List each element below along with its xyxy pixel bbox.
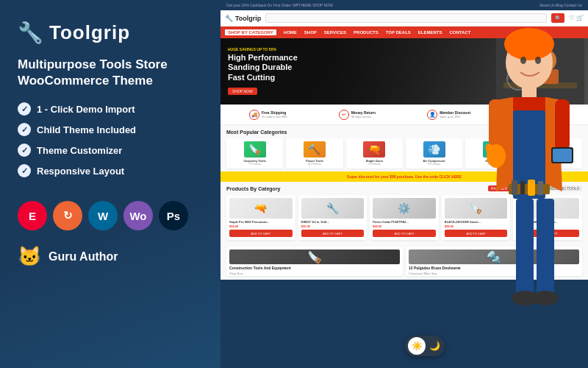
product-tab-air[interactable]: AIR TOOLS	[518, 185, 544, 191]
product-price-4: $28.00	[445, 224, 508, 228]
tech-badges: E ↻ W Wo Ps	[18, 201, 203, 230]
cart-icon: 🛒	[576, 15, 584, 21]
category-count-power: 14 Products	[308, 163, 322, 166]
product-card-1[interactable]: 🔫 Staple Pro 6000 Pneumatic... $24.00 AD…	[226, 195, 295, 240]
preview-search-btn: 🔍	[551, 13, 564, 23]
preview-search	[265, 13, 547, 23]
benefit-offers-sub: Exclusive deals	[534, 115, 559, 118]
logo-text: Toolgrip	[49, 21, 130, 44]
hero-title-line2: Sanding Durable	[228, 63, 298, 72]
category-compressor[interactable]: 💨 Air Compressor 8 Products	[406, 138, 462, 169]
product-tab-hammer[interactable]: HAMMER T...	[488, 185, 516, 191]
bottom-card-2[interactable]: 🔩 12 Pulgadas Brazo Deslizante Compound …	[406, 247, 582, 276]
guru-icon: 🐱	[18, 245, 41, 268]
categories-grid: 🪚 Carpentry Tools 7 Products 🔨 Power Too…	[226, 138, 582, 169]
products-header: Products By Category HAMMER T... AIR TOO…	[226, 185, 582, 191]
feature-item-4: ✓ Responsive Layout	[18, 164, 203, 177]
bottom-card-1[interactable]: 🪚 Construction Tools And Equipment Shop …	[226, 247, 403, 276]
svg-rect-3	[537, 69, 559, 84]
logo-row: 🔧 Toolgrip	[18, 21, 203, 45]
guru-row: 🐱 Guru Author	[18, 245, 203, 268]
category-img-carpentry: 🪚	[244, 141, 266, 158]
benefit-return-sub: 30 days returns	[351, 115, 376, 118]
add-to-cart-2[interactable]: ADD TO CART	[301, 230, 365, 237]
benefit-member-sub: Save up to 20%	[440, 115, 470, 118]
product-tab-welding[interactable]: WELDING TOOLS	[546, 185, 583, 191]
category-count-carpentry: 7 Products	[248, 163, 261, 166]
bottom-card-img-2: 🔩	[409, 250, 579, 264]
promo-code-link[interactable]: CLICK HERE	[439, 174, 462, 179]
left-panel: 🔧 Toolgrip Multipurpose Tools Store WooC…	[0, 0, 220, 368]
wordpress-badge[interactable]: W	[88, 201, 118, 230]
product-card-4[interactable]: 🪚 BLACK+DECKER Smart... $28.00 ADD TO CA…	[442, 195, 511, 240]
woocommerce-badge[interactable]: Wo	[123, 201, 153, 230]
hero-image-area	[496, 38, 584, 105]
hero-worker-svg	[496, 38, 584, 105]
dark-mode-toggle[interactable]: ☀️ 🌙	[405, 336, 445, 356]
products-tabs: HAMMER T... AIR TOOLS WELDING TOOLS	[488, 185, 582, 191]
features-list: ✓ 1 - Click Demo Import ✓ Child Theme In…	[18, 102, 203, 185]
category-img-staple: 🔫	[363, 141, 385, 158]
products-title: Products By Category	[226, 186, 281, 191]
menu-item-contact: CONTACT	[450, 30, 471, 35]
category-carpentry[interactable]: 🪚 Carpentry Tools 7 Products	[226, 138, 283, 169]
hero-text-block: HUGE SAVINGS UP TO 50% High Performance …	[228, 47, 298, 96]
category-count-air: 6 Products	[548, 163, 560, 166]
category-img-grinder: ⚙️	[483, 141, 505, 158]
benefit-offers: ⭐ Special Offers Exclusive deals	[522, 110, 559, 120]
product-img-5: 🔨	[516, 198, 579, 219]
menu-item-shop2: SHOP	[304, 30, 317, 35]
benefit-return: ↩ Money Return 30 days returns	[339, 110, 376, 120]
categories-title: Most Popular Categories	[226, 130, 582, 135]
product-price-1: $24.00	[229, 224, 293, 228]
product-card-5[interactable]: 🔨 Dewalt DWE402 with 5-Amp... $19.00 ADD…	[513, 195, 582, 240]
hero-title-line1: High Performance	[228, 53, 298, 63]
check-icon-2: ✓	[18, 123, 31, 136]
tagline: Multipurpose Tools Store WooCommerce The…	[18, 57, 203, 89]
hero-title: High Performance Sanding Durable Fast Cu…	[228, 53, 298, 82]
benefit-shipping-sub: On orders over $99	[262, 115, 287, 118]
add-to-cart-3[interactable]: ADD TO CART	[373, 230, 436, 237]
category-count-compressor: 8 Products	[428, 163, 440, 166]
feature-label-1: 1 - Click Demo Import	[37, 104, 135, 115]
bottom-card-img-1: 🪚	[229, 250, 400, 264]
product-price-2: $32.00	[301, 224, 365, 228]
product-name-5: Dewalt DWE402 with 5-Amp...	[516, 220, 579, 224]
category-grinder[interactable]: ⚙️ Grinder Saw 9 Products	[465, 138, 522, 169]
hero-title-line3: Fast Cutting	[228, 73, 298, 82]
photoshop-badge[interactable]: Ps	[159, 201, 188, 230]
return-icon: ↩	[339, 110, 349, 120]
add-to-cart-5[interactable]: ADD TO CART	[516, 230, 579, 237]
preview-wrapper: Get your 10% Cashback On First Order: WP…	[220, 0, 588, 280]
customizer-badge[interactable]: ↻	[53, 201, 82, 230]
tagline-line1: Multipurpose Tools Store	[18, 57, 203, 73]
category-power[interactable]: 🔨 Power Tools 14 Products	[286, 138, 343, 169]
product-card-2[interactable]: 🔧 DW837 1/2 in. Drill... $32.00 ADD TO C…	[298, 195, 368, 240]
category-staple[interactable]: 🔫 Staple Guns 5 Products	[346, 138, 403, 169]
product-price-5: $19.00	[516, 224, 579, 228]
category-img-air: 🔩	[542, 141, 564, 158]
bottom-card-title-2: 12 Pulgadas Brazo Deslizante	[409, 266, 579, 270]
categories-section: Most Popular Categories 🪚 Carpentry Tool…	[220, 125, 588, 171]
bottom-card-title-1: Construction Tools And Equipment	[229, 266, 400, 270]
menu-item-products: PRODUCTS	[354, 30, 379, 35]
toggle-sun-knob: ☀️	[408, 337, 426, 355]
heart-icon: ♡	[569, 15, 574, 21]
add-to-cart-1[interactable]: ADD TO CART	[229, 230, 293, 237]
product-name-3: Porter-Cable PC60TPAZ...	[373, 220, 436, 224]
preview-menubar: SHOP BY CATEGORY HOME SHOP SERVICES PROD…	[220, 26, 588, 38]
guru-label: Guru Author	[49, 250, 118, 263]
product-name-4: BLACK+DECKER Smart...	[445, 220, 508, 224]
add-to-cart-4[interactable]: ADD TO CART	[445, 230, 508, 237]
product-card-3[interactable]: ⚙️ Porter-Cable PC60TPAZ... $45.00 ADD T…	[370, 195, 439, 240]
preview-logo-icon: 🔧	[225, 15, 233, 22]
promo-text: Super discount for your $99 purchase. Us…	[347, 174, 438, 179]
hero-promo-label: HUGE SAVINGS UP TO 50%	[228, 47, 298, 52]
hero-cta-button[interactable]: SHOP NOW	[228, 88, 257, 95]
product-name-2: DW837 1/2 in. Drill...	[301, 220, 365, 224]
elementor-badge[interactable]: E	[18, 201, 47, 230]
menu-item-topdeals: TOP DEALS	[386, 30, 411, 35]
category-air[interactable]: 🔩 Air Tools 6 Products	[526, 138, 582, 169]
category-count-staple: 5 Products	[368, 163, 381, 166]
products-section: Products By Category HAMMER T... AIR TOO…	[220, 182, 588, 243]
